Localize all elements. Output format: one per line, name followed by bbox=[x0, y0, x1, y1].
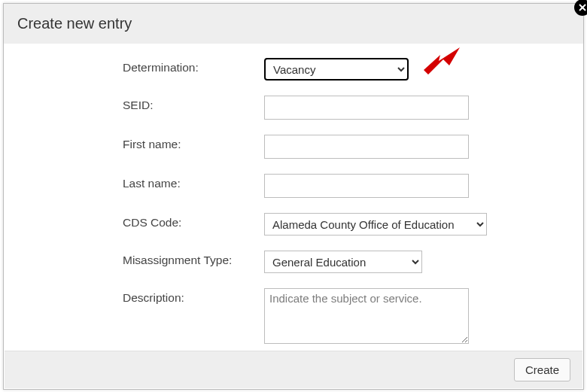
cds-code-label: CDS Code: bbox=[123, 213, 264, 229]
description-label: Description: bbox=[123, 288, 264, 305]
first-name-label: First name: bbox=[123, 135, 264, 151]
close-button[interactable] bbox=[574, 0, 587, 16]
dialog-title: Create new entry bbox=[17, 15, 132, 32]
description-textarea[interactable] bbox=[264, 288, 469, 344]
cds-code-select[interactable]: Alameda County Office of Education bbox=[264, 213, 487, 236]
determination-select[interactable]: Vacancy bbox=[264, 58, 409, 81]
last-name-input[interactable] bbox=[264, 174, 469, 198]
dialog-header: Create new entry bbox=[4, 4, 583, 44]
misassignment-type-select[interactable]: General Education bbox=[264, 251, 422, 273]
create-button[interactable]: Create bbox=[514, 358, 570, 381]
create-entry-dialog: Create new entry Determination: Vacancy … bbox=[3, 3, 584, 390]
first-name-input[interactable] bbox=[264, 135, 469, 159]
determination-label: Determination: bbox=[123, 58, 264, 74]
last-name-label: Last name: bbox=[123, 174, 264, 190]
form-body: Determination: Vacancy SEID: First name:… bbox=[4, 44, 583, 346]
seid-input[interactable] bbox=[264, 96, 469, 120]
seid-label: SEID: bbox=[123, 96, 264, 112]
close-icon bbox=[578, 3, 587, 12]
dialog-footer: Create bbox=[5, 351, 582, 388]
misassignment-type-label: Misassignment Type: bbox=[123, 251, 264, 267]
